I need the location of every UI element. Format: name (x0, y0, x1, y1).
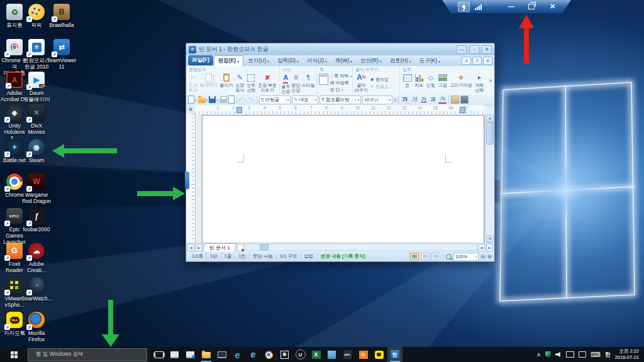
cut-button[interactable]: ✂오려 두기 (189, 72, 197, 93)
desktop-icon-gearwatch[interactable]: ◔↗ GearWatch... (22, 277, 51, 302)
ribbon-overflow-button[interactable]: » (487, 66, 494, 94)
help-button[interactable]: ? (472, 57, 482, 65)
columns-button[interactable]: ▥단▾ (330, 87, 352, 93)
taskbar-internet-explorer[interactable]: e (246, 347, 261, 362)
taskbar-store[interactable]: ⊞ (277, 347, 292, 362)
to-hangul-button[interactable]: ✱한글로▾ (370, 84, 391, 90)
taskbar-edge[interactable]: e (230, 347, 245, 362)
h-scroll-thumb[interactable] (260, 244, 269, 250)
desktop-icon-steam[interactable]: ◉↗ Steam (22, 139, 51, 163)
horizontal-scrollbar[interactable] (245, 244, 477, 251)
close-button[interactable]: ✕ (482, 45, 492, 54)
redo-button[interactable]: ↷▾ (247, 96, 255, 103)
to-hanja-button[interactable]: ✱한자로 (370, 77, 391, 83)
document-area[interactable]: ▲ ▼ (186, 114, 494, 243)
taskbar-excel[interactable]: X (309, 347, 324, 362)
rdp-connection-bar[interactable]: — ✕ (442, 0, 571, 13)
desktop-icon-firefox[interactable]: ↗ Mozilla Firefox (22, 312, 51, 343)
tray-expand-chevron[interactable]: ∧ (536, 351, 541, 358)
save-button[interactable]: ▾ (209, 96, 218, 103)
taskbar-foxit[interactable]: G (356, 347, 371, 362)
open-button[interactable]: ▾ (198, 96, 208, 103)
shapes-button[interactable]: ◇도형 (426, 72, 435, 88)
rdp-minimize-button[interactable]: — (508, 4, 514, 10)
select-all-button[interactable]: 모두 선택 (247, 72, 255, 93)
font-color-button[interactable]: 가 (438, 96, 447, 104)
scroll-down-button[interactable]: ▼ (486, 235, 494, 243)
start-button[interactable] (0, 347, 28, 362)
menu-input[interactable]: 입력(D)▾ (274, 56, 303, 66)
minimize-button[interactable]: — (457, 45, 467, 54)
desktop-icon-brawlhalla[interactable]: B↗ Brawlhalla (47, 4, 76, 28)
font-size-select[interactable]: 10.0pt▾ (362, 96, 392, 104)
char-convert-button[interactable]: A↻글자 바꾸기 (355, 72, 368, 93)
zoom-out-button[interactable]: ⊖ (480, 254, 486, 260)
view-mode-wide-button[interactable] (421, 253, 430, 260)
status-track-changes[interactable]: 변경 내용 [기록 중지] (318, 253, 369, 260)
taskbar-remote-desktop[interactable] (167, 347, 182, 362)
task-view-button[interactable] (152, 347, 167, 362)
taskbar-hangul-active[interactable]: 한 (387, 347, 402, 362)
menu-file[interactable]: 파일(F) (188, 55, 213, 65)
status-insert-mode[interactable]: 삽입 (301, 253, 318, 260)
taskbar-unreal[interactable]: U (293, 347, 308, 362)
horizontal-ruler[interactable]: 1234567891011121314151617 (195, 105, 484, 114)
paste-button[interactable]: 붙이기 (220, 72, 233, 88)
window-titlebar[interactable]: ㅎ 빈 문서 1 - 한컴오피스 한글 — ▫ ✕ (186, 43, 494, 55)
print-button[interactable] (219, 96, 227, 103)
ime-indicator[interactable]: 한 (605, 351, 611, 359)
shading-button-1[interactable] (451, 96, 459, 104)
menu-edit[interactable]: 편집(E)▾ (214, 55, 243, 66)
menu-page[interactable]: 쪽(W)▾ (331, 56, 356, 66)
right-margin-marker[interactable] (460, 107, 465, 113)
bold-button[interactable]: 가 (401, 96, 409, 104)
view-mode-fit-button[interactable] (431, 253, 440, 260)
style-set-select[interactable]: ✎대표▾ (292, 96, 318, 104)
zoom-in-button[interactable]: ⊕ (487, 254, 492, 260)
menu-security[interactable]: 보안(R)▾ (357, 56, 386, 66)
scrollbar-thumb[interactable] (486, 122, 494, 145)
document-tab[interactable]: 빈 문서 1 (203, 243, 237, 251)
new-doc-button[interactable]: ▾ (188, 96, 197, 104)
network-icon[interactable] (566, 351, 574, 358)
scroll-up-button[interactable]: ▲ (486, 114, 494, 122)
object-select-button[interactable]: ➤개체 선택 (475, 72, 484, 93)
para-shape-button[interactable]: ≡문단 모양 (292, 72, 301, 93)
ribbon-collapse-button[interactable]: ∧ (462, 57, 471, 65)
background-page-button[interactable]: ▤바탕쪽 (330, 80, 352, 86)
style-select[interactable]: ¶바탕글▾ (259, 96, 291, 104)
preview-button[interactable] (228, 96, 235, 104)
tab-prev-button[interactable]: ◀ (187, 244, 194, 251)
desktop-icon-divx[interactable]: ✕↗ DivX Movies (22, 104, 51, 135)
picture-button[interactable]: 그림 (438, 72, 447, 88)
maximize-button[interactable]: ▫ (469, 45, 479, 54)
rdp-restore-button[interactable] (528, 4, 535, 9)
new-tab-button[interactable] (237, 244, 244, 251)
taskbar-game-computer[interactable] (214, 347, 230, 362)
char-shape-button[interactable]: A글자 모양 (281, 72, 290, 94)
italic-button[interactable]: 가 (410, 96, 418, 104)
desktop-icon-foobar[interactable]: ƒ↗ foobar2000 (22, 208, 51, 233)
menu-review[interactable]: 검토(H)▾ (386, 56, 415, 66)
action-center-icon[interactable] (579, 351, 586, 358)
taskbar-blue-app[interactable] (325, 347, 340, 362)
zoom-level-select[interactable]: 105%▾ (453, 253, 479, 261)
tab-next-button[interactable]: ▶ (196, 244, 203, 251)
table-button[interactable]: 표 (403, 72, 412, 88)
clipart-button[interactable]: ❖그리기마당 (450, 72, 472, 88)
char-spacing-button[interactable]: 과 (429, 96, 437, 104)
font-select[interactable]: T함초롬바탕▾ (319, 96, 361, 104)
tray-clock[interactable]: 오전 2:22 2016-07-21 (615, 348, 639, 361)
taskbar-search-input[interactable]: 웹 및 Windows 검색 (28, 348, 147, 361)
page-setup-button[interactable] (319, 72, 328, 84)
erase-marks-button[interactable]: ✘조판 부호 지우기 (258, 72, 277, 93)
copy-button[interactable]: 복사하기 (200, 72, 218, 88)
left-margin-marker[interactable] (236, 107, 242, 113)
ruler-corner-box[interactable]: ▣ (186, 105, 196, 114)
style-button[interactable]: ¶스타일 (302, 72, 315, 88)
desktop-icon-adobe-cc[interactable]: ☁↗ Adobe Creati... (22, 243, 51, 273)
touch-keyboard-icon[interactable]: ⌨ (591, 351, 601, 359)
underline-button[interactable]: 가 (419, 96, 428, 104)
shading-button-2[interactable] (460, 96, 469, 104)
taskbar-chrome[interactable] (262, 347, 277, 362)
